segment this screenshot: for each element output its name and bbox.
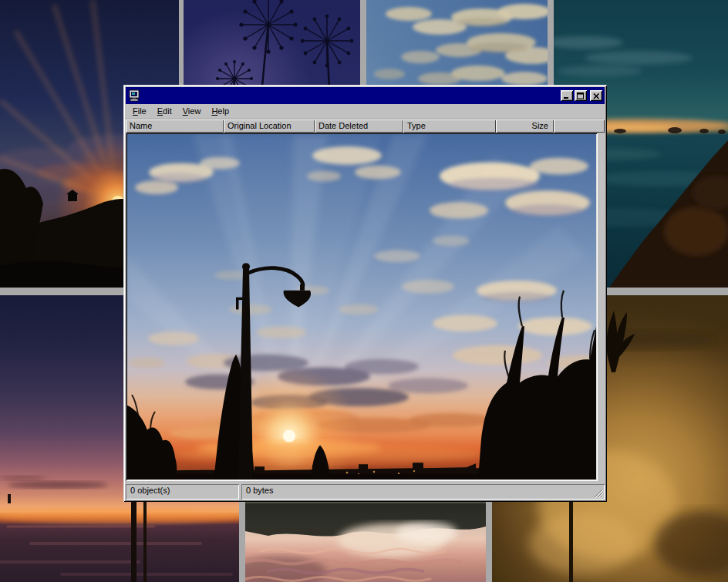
- status-bar: 0 object(s) 0 bytes: [126, 483, 605, 500]
- menu-edit-label: dit: [163, 106, 172, 116]
- menu-edit[interactable]: Edit: [152, 105, 177, 118]
- file-list-viewport[interactable]: [126, 133, 598, 481]
- column-header-original-location[interactable]: Original Location: [224, 119, 315, 133]
- column-header-stub: [554, 119, 605, 133]
- menu-view-mnemonic: V: [183, 106, 188, 116]
- menu-help[interactable]: Help: [206, 105, 234, 118]
- recycle-bin-window: File Edit View Help Name Original Locati…: [123, 85, 607, 502]
- content-photo-sunset-lamp: [127, 134, 596, 479]
- menu-file-label: ile: [138, 106, 147, 116]
- menu-bar: File Edit View Help: [126, 104, 605, 119]
- column-header-type[interactable]: Type: [403, 119, 496, 133]
- status-byte-count: 0 bytes: [241, 484, 605, 500]
- close-button[interactable]: [590, 90, 602, 101]
- desktop-collage-page: { "window": { "title": "", "icon": "comp…: [0, 0, 728, 582]
- minimize-button[interactable]: [561, 90, 573, 101]
- menu-help-label: elp: [217, 106, 229, 116]
- menu-file-mnemonic: F: [133, 106, 138, 116]
- status-byte-count-text: 0 bytes: [246, 486, 273, 495]
- window-computer-icon[interactable]: [128, 89, 140, 102]
- menu-edit-mnemonic: E: [157, 106, 163, 116]
- maximize-icon: [577, 93, 585, 99]
- menu-file[interactable]: File: [127, 105, 152, 118]
- column-header-name[interactable]: Name: [126, 119, 224, 133]
- window-content-frame: [126, 133, 605, 483]
- minimize-icon: [563, 93, 571, 99]
- window-controls: [561, 90, 602, 101]
- titlebar[interactable]: [126, 87, 605, 104]
- menu-view-label: iew: [188, 106, 201, 116]
- column-header-size[interactable]: Size: [496, 119, 554, 133]
- close-icon: [593, 93, 600, 99]
- column-header-row: Name Original Location Date Deleted Type…: [126, 119, 605, 133]
- menu-view[interactable]: View: [177, 105, 207, 118]
- resize-grip[interactable]: [594, 489, 604, 499]
- status-object-count: 0 object(s): [126, 484, 239, 500]
- column-header-date-deleted[interactable]: Date Deleted: [315, 119, 403, 133]
- maximize-button[interactable]: [575, 90, 587, 101]
